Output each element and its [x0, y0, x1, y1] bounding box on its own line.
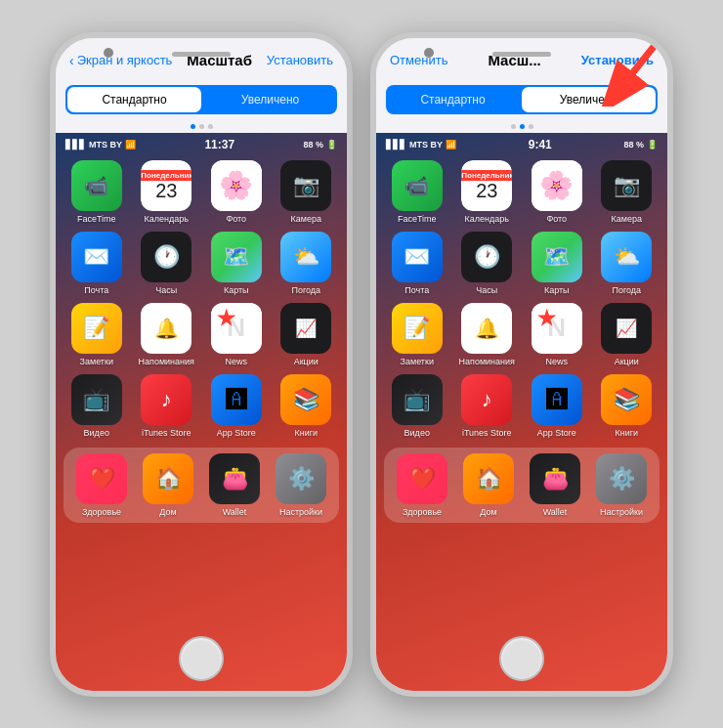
app-news-right[interactable]: N News [526, 303, 588, 366]
mail-icon: ✉️ [71, 232, 122, 282]
app-mail-left[interactable]: ✉️ Почта [65, 232, 128, 295]
app-grid-right: 📹 FaceTime Понедельник 23 Календарь 🌸 [376, 154, 667, 444]
app-appstore-right[interactable]: 🅰 App Store [526, 374, 588, 438]
stocks-label-r: Акции [615, 357, 639, 366]
segment-standard-left[interactable]: Стандартно [67, 87, 201, 112]
app-wallet-left[interactable]: 👛 Wallet [204, 453, 265, 517]
app-books-right[interactable]: 📚 Книги [596, 374, 659, 438]
app-reminders-left[interactable]: 🔔 Напоминания [136, 303, 198, 366]
app-settings-right[interactable]: ⚙️ Настройки [591, 453, 652, 517]
app-photos-left[interactable]: 🌸 Фото [205, 160, 268, 224]
notes-label-r: Заметки [401, 357, 434, 366]
app-maps-right[interactable]: 🗺️ Карты [526, 232, 588, 295]
books-label: Книги [294, 428, 318, 438]
home-icon: 🏠 [143, 453, 193, 504]
status-right-left: 88 % 🔋 [303, 140, 337, 150]
segment-standard-right[interactable]: Стандартно [386, 85, 520, 114]
weather-icon: ⛅ [280, 232, 331, 282]
clock-label: Часы [155, 285, 177, 295]
clock-icon: 🕐 [141, 232, 191, 282]
home-button-left[interactable] [179, 636, 224, 681]
app-camera-right[interactable]: 📷 Камера [596, 160, 659, 224]
install-button-left[interactable]: Установить [267, 53, 333, 67]
nav-bar-left: ‹ Экран и яркость Масштаб Установить [56, 38, 347, 81]
app-stocks-left[interactable]: 📈 Акции [276, 303, 338, 366]
home-icon-r: 🏠 [463, 453, 514, 504]
app-health-left[interactable]: ❤️ Здоровье [71, 453, 132, 517]
stocks-icon: 📈 [280, 303, 331, 354]
wallet-label: Wallet [223, 507, 247, 517]
wallet-icon: 👛 [209, 453, 260, 504]
camera-label: Камера [291, 214, 321, 224]
iphone-screen-right: ▋▋▋ MTS BY 📶 9:41 88 % 🔋 📹 FaceTime [376, 133, 667, 691]
app-calendar-left[interactable]: Понедельник 23 Календарь [136, 160, 198, 224]
app-clock-left[interactable]: 🕐 Часы [136, 232, 198, 295]
weather-icon-r: ⛅ [601, 232, 652, 282]
tv-icon-r: 📺 [392, 374, 443, 425]
app-tv-left[interactable]: 📺 Видео [65, 374, 128, 438]
app-photos-right[interactable]: 🌸 Фото [526, 160, 588, 224]
segment-large-left[interactable]: Увеличено [203, 85, 337, 114]
app-clock-right[interactable]: 🕐 Часы [456, 232, 519, 295]
app-itunes-right[interactable]: ♪ iTunes Store [456, 374, 519, 438]
app-facetime-left[interactable]: 📹 FaceTime [65, 160, 128, 224]
home-button-right[interactable] [499, 636, 544, 681]
calendar-label: Календарь [145, 214, 189, 224]
settings-label: Настройки [279, 507, 322, 517]
segment-large-right[interactable]: Увеличено [522, 87, 656, 112]
app-grid-left: 📹 FaceTime Понедельник 23 Календарь 🌸 [56, 154, 347, 444]
weather-label: Погода [291, 285, 320, 295]
app-camera-left[interactable]: 📷 Камера [276, 160, 338, 224]
app-maps-left[interactable]: 🗺️ Карты [205, 232, 268, 295]
cancel-button-right[interactable]: Отменить [390, 53, 447, 67]
notes-icon: 📝 [71, 303, 122, 354]
notes-label: Заметки [80, 357, 113, 366]
photos-icon-r: 🌸 [532, 160, 582, 211]
app-calendar-right[interactable]: Понедельник 23 Календарь [456, 160, 519, 224]
app-weather-left[interactable]: ⛅ Погода [276, 232, 338, 295]
back-button-left[interactable]: ‹ Экран и яркость [69, 53, 172, 68]
tv-icon: 📺 [71, 374, 122, 425]
wallet-icon-r: 👛 [530, 453, 580, 504]
cal-day: 23 [155, 181, 177, 200]
app-weather-right[interactable]: ⛅ Погода [596, 232, 659, 295]
calendar-icon-r: Понедельник 23 [461, 160, 512, 211]
time-left: 11:37 [204, 138, 234, 151]
signal-icon: ▋▋▋ [65, 140, 86, 150]
app-tv-right[interactable]: 📺 Видео [386, 374, 448, 438]
app-itunes-left[interactable]: ♪ iTunes Store [136, 374, 198, 438]
install-button-right[interactable]: Установить [581, 53, 654, 67]
itunes-icon-r: ♪ [461, 374, 512, 425]
itunes-label-r: iTunes Store [462, 428, 512, 438]
chevron-left-icon: ‹ [69, 53, 74, 68]
itunes-icon: ♪ [141, 374, 191, 425]
nav-title-right: Масш... [447, 52, 580, 68]
dot-2 [199, 124, 204, 129]
app-books-left[interactable]: 📚 Книги [276, 374, 338, 438]
app-mail-right[interactable]: ✉️ Почта [386, 232, 448, 295]
facetime-label: FaceTime [77, 214, 116, 224]
app-stocks-right[interactable]: 📈 Акции [596, 303, 659, 366]
app-facetime-right[interactable]: 📹 FaceTime [386, 160, 448, 224]
mail-label: Почта [84, 285, 108, 295]
signal-icon-right: ▋▋▋ [386, 140, 406, 150]
app-reminders-right[interactable]: 🔔 Напоминания [456, 303, 519, 366]
app-notes-left[interactable]: 📝 Заметки [65, 303, 128, 366]
clock-label-r: Часы [476, 285, 497, 295]
app-settings-left[interactable]: ⚙️ Настройки [271, 453, 331, 517]
app-appstore-left[interactable]: 🅰 App Store [205, 374, 268, 438]
app-news-left[interactable]: N News [205, 303, 268, 366]
facetime-icon: 📹 [71, 160, 122, 211]
app-home-left[interactable]: 🏠 Дом [138, 453, 198, 517]
app-notes-right[interactable]: 📝 Заметки [386, 303, 448, 366]
back-label-left: Экран и яркость [77, 53, 173, 67]
dock-right: ❤️ Здоровье 🏠 Дом 👛 Wallet ⚙️ Настройки [384, 448, 659, 523]
time-right: 9:41 [529, 138, 552, 151]
segment-control-left: Стандартно Увеличено [65, 85, 337, 114]
app-wallet-right[interactable]: 👛 Wallet [525, 453, 585, 517]
app-health-right[interactable]: ❤️ Здоровье [392, 453, 452, 517]
tv-label-r: Видео [404, 428, 430, 438]
app-home-right[interactable]: 🏠 Дом [458, 453, 519, 517]
camera-dot-right [424, 48, 434, 58]
battery-label-right: 88 % [623, 140, 644, 150]
